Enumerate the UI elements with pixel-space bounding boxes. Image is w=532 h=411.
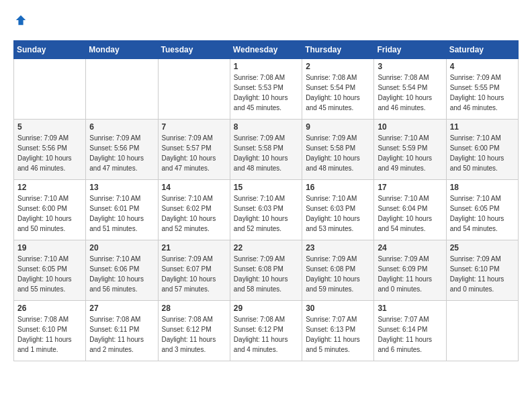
calendar-cell: 3Sunrise: 7:08 AM Sunset: 5:54 PM Daylig…	[374, 59, 446, 120]
day-info: Sunrise: 7:10 AM Sunset: 6:05 PM Dayligh…	[17, 254, 82, 294]
day-number: 27	[89, 304, 154, 313]
logo-icon	[15, 14, 27, 26]
calendar-cell: 1Sunrise: 7:08 AM Sunset: 5:53 PM Daylig…	[230, 59, 302, 120]
day-number: 24	[378, 243, 442, 253]
header-sunday: Sunday	[14, 41, 86, 59]
week-row-5: 26Sunrise: 7:08 AM Sunset: 6:10 PM Dayli…	[14, 301, 519, 361]
calendar-cell: 13Sunrise: 7:10 AM Sunset: 6:01 PM Dayli…	[86, 180, 158, 240]
day-info: Sunrise: 7:10 AM Sunset: 5:59 PM Dayligh…	[378, 133, 442, 173]
calendar-cell: 14Sunrise: 7:10 AM Sunset: 6:02 PM Dayli…	[158, 180, 230, 240]
day-number: 17	[378, 183, 442, 192]
calendar-cell: 6Sunrise: 7:09 AM Sunset: 5:56 PM Daylig…	[86, 120, 158, 180]
day-info: Sunrise: 7:08 AM Sunset: 6:10 PM Dayligh…	[17, 314, 82, 355]
header-thursday: Thursday	[302, 41, 374, 59]
day-number: 3	[378, 62, 442, 71]
day-info: Sunrise: 7:09 AM Sunset: 5:56 PM Dayligh…	[89, 133, 154, 173]
day-info: Sunrise: 7:10 AM Sunset: 6:05 PM Dayligh…	[450, 193, 515, 234]
calendar-cell	[446, 301, 518, 361]
day-info: Sunrise: 7:09 AM Sunset: 6:07 PM Dayligh…	[162, 254, 226, 294]
day-info: Sunrise: 7:08 AM Sunset: 6:12 PM Dayligh…	[162, 314, 226, 355]
calendar-cell: 21Sunrise: 7:09 AM Sunset: 6:07 PM Dayli…	[158, 240, 230, 301]
day-number: 11	[450, 122, 515, 132]
calendar-cell: 8Sunrise: 7:09 AM Sunset: 5:58 PM Daylig…	[230, 120, 302, 180]
day-info: Sunrise: 7:10 AM Sunset: 6:03 PM Dayligh…	[234, 193, 298, 234]
day-info: Sunrise: 7:10 AM Sunset: 6:00 PM Dayligh…	[450, 133, 515, 173]
calendar-cell: 9Sunrise: 7:09 AM Sunset: 5:58 PM Daylig…	[302, 120, 374, 180]
calendar-cell: 11Sunrise: 7:10 AM Sunset: 6:00 PM Dayli…	[446, 120, 518, 180]
calendar-cell: 15Sunrise: 7:10 AM Sunset: 6:03 PM Dayli…	[230, 180, 302, 240]
calendar-cell: 7Sunrise: 7:09 AM Sunset: 5:57 PM Daylig…	[158, 120, 230, 180]
day-number: 10	[378, 122, 442, 132]
day-number: 23	[306, 243, 370, 253]
day-number: 20	[89, 243, 154, 253]
day-number: 16	[306, 183, 370, 192]
day-info: Sunrise: 7:09 AM Sunset: 6:08 PM Dayligh…	[306, 254, 370, 294]
header-monday: Monday	[86, 41, 158, 59]
day-number: 21	[162, 243, 226, 253]
day-number: 7	[162, 122, 226, 132]
header-saturday: Saturday	[446, 41, 518, 59]
day-number: 5	[17, 122, 82, 132]
day-info: Sunrise: 7:09 AM Sunset: 5:57 PM Dayligh…	[162, 133, 226, 173]
day-info: Sunrise: 7:09 AM Sunset: 5:55 PM Dayligh…	[450, 73, 515, 113]
day-number: 22	[234, 243, 298, 253]
day-info: Sunrise: 7:07 AM Sunset: 6:13 PM Dayligh…	[306, 314, 370, 355]
day-number: 28	[162, 304, 226, 313]
day-info: Sunrise: 7:09 AM Sunset: 5:58 PM Dayligh…	[234, 133, 298, 173]
header-row: SundayMondayTuesdayWednesdayThursdayFrid…	[14, 41, 519, 59]
week-row-3: 12Sunrise: 7:10 AM Sunset: 6:00 PM Dayli…	[14, 180, 519, 240]
day-number: 18	[450, 183, 515, 192]
calendar-cell: 24Sunrise: 7:09 AM Sunset: 6:09 PM Dayli…	[374, 240, 446, 301]
header-tuesday: Tuesday	[158, 41, 230, 59]
day-number: 12	[17, 183, 82, 192]
day-info: Sunrise: 7:08 AM Sunset: 6:12 PM Dayligh…	[234, 314, 298, 355]
logo	[13, 13, 27, 30]
svg-marker-0	[16, 15, 26, 25]
day-number: 14	[162, 183, 226, 192]
day-info: Sunrise: 7:10 AM Sunset: 6:04 PM Dayligh…	[378, 193, 442, 234]
day-info: Sunrise: 7:08 AM Sunset: 5:53 PM Dayligh…	[234, 73, 298, 113]
day-info: Sunrise: 7:10 AM Sunset: 6:03 PM Dayligh…	[306, 193, 370, 234]
calendar-cell: 18Sunrise: 7:10 AM Sunset: 6:05 PM Dayli…	[446, 180, 518, 240]
day-number: 6	[89, 122, 154, 132]
day-number: 8	[234, 122, 298, 132]
day-info: Sunrise: 7:10 AM Sunset: 6:00 PM Dayligh…	[17, 193, 82, 234]
day-info: Sunrise: 7:10 AM Sunset: 6:01 PM Dayligh…	[89, 193, 154, 234]
calendar-cell: 23Sunrise: 7:09 AM Sunset: 6:08 PM Dayli…	[302, 240, 374, 301]
day-number: 1	[234, 62, 298, 71]
calendar-cell: 4Sunrise: 7:09 AM Sunset: 5:55 PM Daylig…	[446, 59, 518, 120]
calendar-cell: 17Sunrise: 7:10 AM Sunset: 6:04 PM Dayli…	[374, 180, 446, 240]
calendar-cell	[86, 59, 158, 120]
calendar-cell: 31Sunrise: 7:07 AM Sunset: 6:14 PM Dayli…	[374, 301, 446, 361]
calendar-cell: 26Sunrise: 7:08 AM Sunset: 6:10 PM Dayli…	[14, 301, 86, 361]
calendar-cell	[158, 59, 230, 120]
day-number: 26	[17, 304, 82, 313]
day-info: Sunrise: 7:07 AM Sunset: 6:14 PM Dayligh…	[378, 314, 442, 355]
calendar-cell: 19Sunrise: 7:10 AM Sunset: 6:05 PM Dayli…	[14, 240, 86, 301]
calendar-cell: 20Sunrise: 7:10 AM Sunset: 6:06 PM Dayli…	[86, 240, 158, 301]
day-info: Sunrise: 7:09 AM Sunset: 6:10 PM Dayligh…	[450, 254, 515, 294]
day-info: Sunrise: 7:08 AM Sunset: 5:54 PM Dayligh…	[378, 73, 442, 113]
day-number: 25	[450, 243, 515, 253]
header-wednesday: Wednesday	[230, 41, 302, 59]
day-number: 9	[306, 122, 370, 132]
day-info: Sunrise: 7:08 AM Sunset: 6:11 PM Dayligh…	[89, 314, 154, 355]
calendar-cell: 29Sunrise: 7:08 AM Sunset: 6:12 PM Dayli…	[230, 301, 302, 361]
calendar-cell: 12Sunrise: 7:10 AM Sunset: 6:00 PM Dayli…	[14, 180, 86, 240]
week-row-2: 5Sunrise: 7:09 AM Sunset: 5:56 PM Daylig…	[14, 120, 519, 180]
calendar-cell: 22Sunrise: 7:09 AM Sunset: 6:08 PM Dayli…	[230, 240, 302, 301]
day-info: Sunrise: 7:08 AM Sunset: 5:54 PM Dayligh…	[306, 73, 370, 113]
week-row-1: 1Sunrise: 7:08 AM Sunset: 5:53 PM Daylig…	[14, 59, 519, 120]
calendar-cell: 27Sunrise: 7:08 AM Sunset: 6:11 PM Dayli…	[86, 301, 158, 361]
calendar-table: SundayMondayTuesdayWednesdayThursdayFrid…	[13, 40, 519, 361]
day-number: 15	[234, 183, 298, 192]
calendar-cell: 10Sunrise: 7:10 AM Sunset: 5:59 PM Dayli…	[374, 120, 446, 180]
calendar-cell: 30Sunrise: 7:07 AM Sunset: 6:13 PM Dayli…	[302, 301, 374, 361]
page-header	[13, 13, 519, 30]
calendar-cell: 28Sunrise: 7:08 AM Sunset: 6:12 PM Dayli…	[158, 301, 230, 361]
calendar-cell	[14, 59, 86, 120]
day-info: Sunrise: 7:09 AM Sunset: 5:58 PM Dayligh…	[306, 133, 370, 173]
day-info: Sunrise: 7:10 AM Sunset: 6:06 PM Dayligh…	[89, 254, 154, 294]
calendar-cell: 5Sunrise: 7:09 AM Sunset: 5:56 PM Daylig…	[14, 120, 86, 180]
calendar-cell: 16Sunrise: 7:10 AM Sunset: 6:03 PM Dayli…	[302, 180, 374, 240]
